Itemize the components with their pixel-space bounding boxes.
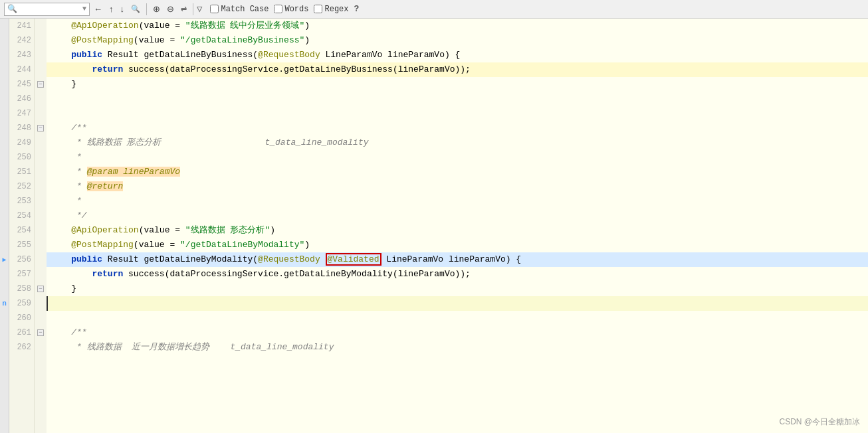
gutter-column: ▶n bbox=[0, 19, 9, 433]
code-line: * bbox=[47, 150, 868, 165]
find-button[interactable]: 🔍 bbox=[128, 3, 143, 15]
line-number: 244 bbox=[17, 62, 31, 77]
dropdown-icon[interactable]: ▼ bbox=[82, 5, 86, 13]
help-button[interactable]: ? bbox=[354, 4, 360, 14]
code-line: return success(dataProcessingService.get… bbox=[47, 267, 868, 282]
code-line: @PostMapping(value = "/getDataLineByModa… bbox=[47, 238, 868, 252]
minus-button[interactable]: ⊖ bbox=[164, 3, 177, 15]
code-line bbox=[47, 106, 868, 121]
fold-cell[interactable]: − bbox=[37, 121, 44, 135]
code-line bbox=[47, 311, 868, 325]
line-number: 248 bbox=[17, 121, 31, 135]
toolbar: 🔍 ▼ ← ↑ ↓ 🔍 ⊕ ⊖ ⇌ ▽ Match Case Words bbox=[0, 0, 868, 19]
code-area: ▶n 2412422432442452462472482492502512522… bbox=[0, 19, 868, 433]
code-line: } bbox=[47, 282, 868, 296]
code-line: * @return bbox=[47, 179, 868, 194]
match-case-label[interactable]: Match Case bbox=[210, 5, 269, 14]
code-line: */ bbox=[47, 209, 868, 223]
line-number: 250 bbox=[17, 150, 31, 165]
words-text: Words bbox=[284, 5, 308, 14]
search-box[interactable]: 🔍 ▼ bbox=[4, 3, 90, 16]
app-container: 🔍 ▼ ← ↑ ↓ 🔍 ⊕ ⊖ ⇌ ▽ Match Case Words bbox=[0, 0, 868, 433]
code-line: /** bbox=[47, 325, 868, 340]
line-number: 255 bbox=[17, 238, 31, 252]
replace-button[interactable]: ⇌ bbox=[178, 3, 189, 15]
line-number: 256 bbox=[17, 252, 31, 267]
line-number: 246 bbox=[17, 92, 31, 106]
line-number: 254 bbox=[17, 223, 31, 238]
gutter-cell: ▶ bbox=[2, 252, 6, 267]
code-line: public Result getDataLineByModality(@Req… bbox=[47, 252, 868, 267]
line-number: 251 bbox=[17, 165, 31, 179]
separator2 bbox=[193, 3, 193, 15]
line-number: 245 bbox=[17, 77, 31, 92]
code-line: /** bbox=[47, 121, 868, 135]
line-number: 253 bbox=[17, 194, 31, 209]
code-line: public Result getDataLineByBusiness(@Req… bbox=[47, 48, 868, 62]
code-line: } bbox=[47, 77, 868, 92]
code-line bbox=[47, 296, 868, 311]
words-checkbox[interactable] bbox=[274, 5, 282, 13]
code-line: @PostMapping(value = "/getDataLineByBusi… bbox=[47, 33, 868, 48]
toolbar-right: Match Case Words Regex ? bbox=[210, 4, 359, 14]
code-line: * 线路数据 近一月数据增长趋势 t_data_line_modality bbox=[47, 340, 868, 355]
line-numbers: 2412422432442452462472482492502512522532… bbox=[9, 19, 35, 433]
code-line: * bbox=[47, 194, 868, 209]
filter-icon: ▽ bbox=[197, 3, 202, 15]
fold-cell[interactable]: − bbox=[37, 325, 44, 340]
code-line: * @param lineParamVo bbox=[47, 165, 868, 179]
up-button[interactable]: ↑ bbox=[106, 3, 116, 15]
line-number: 258 bbox=[17, 282, 31, 296]
code-line: @ApiOperation(value = "线路数据 线中分层业务领域") bbox=[47, 19, 868, 33]
down-button[interactable]: ↓ bbox=[118, 3, 128, 15]
regex-checkbox[interactable] bbox=[314, 5, 322, 13]
line-number: 262 bbox=[17, 340, 31, 355]
toolbar-left: 🔍 ▼ ← ↑ ↓ 🔍 ⊕ ⊖ ⇌ ▽ bbox=[4, 3, 202, 16]
line-number: 247 bbox=[17, 106, 31, 121]
fold-cell[interactable]: − bbox=[37, 77, 44, 92]
search-icon: 🔍 bbox=[7, 4, 17, 14]
regex-label[interactable]: Regex bbox=[314, 5, 348, 14]
line-number: 261 bbox=[17, 325, 31, 340]
code-line: return success(dataProcessingService.get… bbox=[47, 62, 868, 77]
line-number: 243 bbox=[17, 48, 31, 62]
match-case-checkbox[interactable] bbox=[210, 5, 219, 13]
match-case-text: Match Case bbox=[221, 5, 269, 14]
code-line: @ApiOperation(value = "线路数据 形态分析") bbox=[47, 223, 868, 238]
code-line: * 线路数据 形态分析 t_data_line_modality bbox=[47, 135, 868, 150]
line-number: 254 bbox=[17, 209, 31, 223]
line-number: 241 bbox=[17, 19, 31, 33]
plus-button[interactable]: ⊕ bbox=[150, 3, 163, 15]
fold-cell[interactable]: − bbox=[37, 282, 44, 296]
watermark: CSDN @今日全糖加冰 bbox=[779, 416, 860, 428]
code-column[interactable]: @ApiOperation(value = "线路数据 线中分层业务领域") @… bbox=[47, 19, 868, 433]
gutter-cell: n bbox=[2, 296, 7, 311]
code-line bbox=[47, 92, 868, 106]
line-number: 259 bbox=[17, 296, 31, 311]
line-number: 260 bbox=[17, 311, 31, 325]
words-label[interactable]: Words bbox=[274, 5, 308, 14]
prev-button[interactable]: ← bbox=[91, 3, 105, 15]
line-number: 242 bbox=[17, 33, 31, 48]
line-number: 249 bbox=[17, 135, 31, 150]
regex-text: Regex bbox=[324, 5, 348, 14]
line-number: 252 bbox=[17, 179, 31, 194]
separator bbox=[146, 3, 147, 15]
fold-column: −−−− bbox=[35, 19, 47, 433]
line-number: 257 bbox=[17, 267, 31, 282]
search-input[interactable] bbox=[20, 5, 80, 14]
